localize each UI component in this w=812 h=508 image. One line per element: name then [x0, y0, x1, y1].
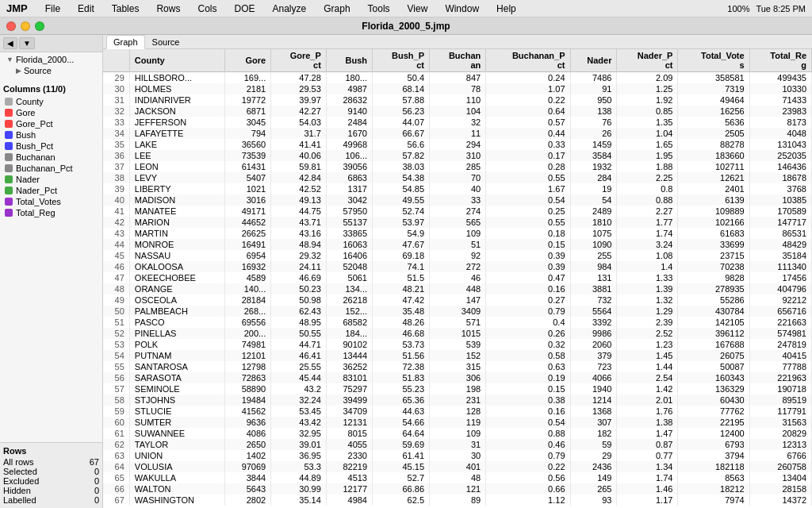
table-row[interactable]: 67WASHINGTON280235.14498462.5891.12931.1… — [103, 495, 812, 506]
table-row[interactable]: 44MONROE1649148.941606347.67510.1510903.… — [103, 239, 812, 250]
table-row[interactable]: 43MARTIN2662543.163386554.91090.1810751.… — [103, 228, 812, 239]
table-row[interactable]: 52PINELLAS200...50.55184...46.6810150.26… — [103, 328, 812, 339]
table-row[interactable]: 53POLK7498144.719010253.735390.3220601.2… — [103, 339, 812, 350]
table-row[interactable]: 29HILLSBORO...169...47.28180...50.48470.… — [103, 72, 812, 84]
col-header-county[interactable]: County — [129, 49, 224, 72]
cell-rownum: 62 — [103, 439, 129, 450]
menu-graph[interactable]: Graph — [320, 2, 353, 16]
table-row[interactable]: 42MARION4465243.715513753.975650.5518101… — [103, 217, 812, 228]
table-row[interactable]: 49OSCEOLA2818450.982621847.421470.277321… — [103, 294, 812, 306]
table-row[interactable]: 62TAYLOR265039.01405559.69310.46590.8767… — [103, 439, 812, 450]
col-header-nader[interactable]: Nader — [570, 49, 617, 72]
table-row[interactable]: 51PASCO6955648.956858248.265710.433922.3… — [103, 317, 812, 328]
menu-file[interactable]: File — [42, 2, 63, 16]
col-header-nader-pct[interactable]: Nader_Pct — [617, 49, 678, 72]
col-item-gore-pct[interactable]: Gore_Pct — [3, 118, 99, 129]
cell-value: 3016 — [225, 194, 271, 206]
cell-value: 4513 — [326, 472, 372, 483]
col-header-buchanan-pct[interactable]: Buchanan_Pct — [486, 49, 570, 72]
col-item-total-reg[interactable]: Total_Reg — [3, 207, 99, 218]
cell-value: 142105 — [678, 317, 749, 328]
table-row[interactable]: 46OKALOOSA1693224.115204874.12720.399841… — [103, 261, 812, 272]
menu-doe[interactable]: DOE — [231, 2, 258, 16]
col-item-buchanan[interactable]: Buchanan — [3, 152, 99, 163]
col-item-buchanan-pct[interactable]: Buchanan_Pct — [3, 163, 99, 174]
table-row[interactable]: 56SARASOTA7286345.448310151.833060.19406… — [103, 372, 812, 383]
cell-value: 1.95 — [617, 150, 678, 161]
col-item-nader[interactable]: Nader — [3, 174, 99, 185]
maximize-button[interactable] — [35, 21, 44, 31]
clock: Tue 8:25 PM — [756, 4, 806, 13]
col-item-county[interactable]: County — [3, 96, 99, 107]
table-row[interactable]: 47OKEECHOBEE458946.69506151.5460.471311.… — [103, 272, 812, 283]
col-header-gore[interactable]: Gore — [225, 49, 271, 72]
table-row[interactable]: 50PALMBEACH268...62.43152...35.4834090.7… — [103, 306, 812, 317]
menu-edit[interactable]: Edit — [75, 2, 98, 16]
table-row[interactable]: 33JEFFERSON304554.03248444.07320.57761.3… — [103, 117, 812, 128]
col-header-total-votes[interactable]: Total_Votes — [678, 49, 749, 72]
menu-analyze[interactable]: Analyze — [270, 2, 310, 16]
table-row[interactable]: 55SANTAROSA1279825.553625272.383150.6372… — [103, 361, 812, 372]
cell-value: 3.24 — [617, 239, 678, 250]
col-header-total-reg[interactable]: Total_Reg — [749, 49, 811, 72]
col-item-bush-pct[interactable]: Bush_Pct — [3, 140, 99, 152]
menu-rows[interactable]: Rows — [153, 2, 183, 16]
table-row[interactable]: 30HOLMES218129.53498768.14781.07911.2573… — [103, 83, 812, 94]
cell-value: 0.63 — [486, 361, 570, 372]
menu-help[interactable]: Help — [493, 2, 519, 16]
col-item-nader-pct[interactable]: Nader_Pct — [3, 185, 99, 196]
tab-graph[interactable]: Graph — [106, 35, 145, 49]
table-row[interactable]: 60SUMTER963643.421213154.661190.543071.3… — [103, 417, 812, 428]
table-row[interactable]: 40MADISON301649.13304249.55330.54540.886… — [103, 194, 812, 206]
menu-tables[interactable]: Tables — [109, 2, 143, 16]
table-row[interactable]: 63UNION140236.95233061.41300.79290.77379… — [103, 450, 812, 461]
table-row[interactable]: 65WAKULLA384444.89451352.7480.561491.748… — [103, 472, 812, 483]
table-row[interactable]: 34LAFAYETTE79431.7167066.67110.44261.042… — [103, 128, 812, 139]
cell-value: 0.15 — [486, 383, 570, 394]
sidebar-item-source[interactable]: ▶ Source — [3, 65, 99, 76]
table-row[interactable]: 58STJOHNS1948432.243949965.362310.381214… — [103, 394, 812, 406]
menu-view[interactable]: View — [404, 2, 431, 16]
table-row[interactable]: 37LEON6143159.813905638.032850.2819321.8… — [103, 161, 812, 172]
table-row[interactable]: 32JACKSON687142.27914056.231040.641380.8… — [103, 106, 812, 117]
table-row[interactable]: 35LAKE3656041.414996856.62940.3314591.65… — [103, 139, 812, 150]
table-row[interactable]: 31INDIANRIVER1977239.972863257.881100.22… — [103, 94, 812, 106]
col-item-total-votes[interactable]: Total_Votes — [3, 196, 99, 207]
table-row[interactable]: 48ORANGE140...50.23134...48.214480.16388… — [103, 283, 812, 294]
cell-value: 62.5 — [373, 495, 430, 506]
table-row[interactable]: 57SEMINOLE5889043.27529755.231980.151940… — [103, 383, 812, 394]
cell-value: 4066 — [570, 372, 617, 383]
col-header-bush-pct[interactable]: Bush_Pct — [373, 49, 430, 72]
table-row[interactable]: 36LEE7353940.06106...57.823100.1735841.9… — [103, 150, 812, 161]
table-row[interactable]: 66WALTON564330.991217766.861210.662651.4… — [103, 483, 812, 495]
cell-value: 55137 — [326, 217, 372, 228]
table-row[interactable]: 54PUTNAM1210146.411344451.561520.583791.… — [103, 350, 812, 361]
table-row[interactable]: 61SUWANNEE408632.95801564.641090.881821.… — [103, 428, 812, 439]
sidebar-arrow-down[interactable]: ▼ — [19, 37, 35, 49]
table-row[interactable]: 45NASSAU695429.321640669.18920.392551.08… — [103, 250, 812, 261]
data-table-container[interactable]: County Gore Gore_Pct Bush Bush_Pct Bucha… — [103, 49, 812, 508]
tab-source[interactable]: Source — [145, 35, 187, 49]
table-row[interactable]: 38LEVY540742.84686354.38700.552842.25126… — [103, 172, 812, 183]
minimize-button[interactable] — [21, 21, 30, 31]
menu-tools[interactable]: Tools — [365, 2, 393, 16]
cell-value: 5643 — [225, 483, 271, 495]
sidebar-arrow-left[interactable]: ◀ — [3, 37, 17, 49]
table-row[interactable]: 39LIBERTY102142.52131754.85401.67190.824… — [103, 183, 812, 194]
col-header-buchanan[interactable]: Buchanan — [430, 49, 486, 72]
menu-cols[interactable]: Cols — [194, 2, 220, 16]
col-header-bush[interactable]: Bush — [326, 49, 372, 72]
col-dot-total-reg — [5, 209, 13, 217]
table-row[interactable]: 59STLUCIE4156253.453470944.631280.161368… — [103, 406, 812, 417]
sidebar-item-dataset[interactable]: ▼ Florida_2000... — [3, 54, 99, 65]
col-item-gore[interactable]: Gore — [3, 107, 99, 118]
menu-window[interactable]: Window — [442, 2, 482, 16]
col-header-gore-pct[interactable]: Gore_Pct — [271, 49, 327, 72]
table-row[interactable]: 64VOLUSIA9706953.38221945.154010.2224361… — [103, 461, 812, 472]
col-item-bush[interactable]: Bush — [3, 129, 99, 140]
cell-value: 847 — [430, 72, 486, 84]
cell-value: 44.75 — [271, 206, 327, 217]
cell-value: 26218 — [326, 294, 372, 306]
table-row[interactable]: 41MANATEE4917144.755795052.742740.252489… — [103, 206, 812, 217]
close-button[interactable] — [6, 21, 16, 31]
